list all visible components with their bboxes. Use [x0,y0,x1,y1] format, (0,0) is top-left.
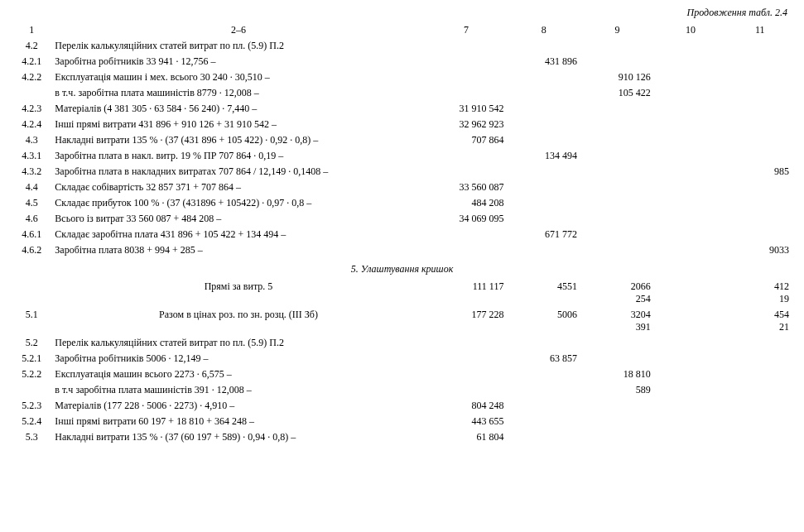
col9-value: 2066254 [580,279,654,307]
col7-value: 33 560 087 [426,180,508,195]
col-2-header: 2–6 [51,22,425,38]
col10-value [654,54,728,69]
col10-value [654,195,728,211]
col7-value [426,351,508,367]
table-row: в т.ч заробітна плата машиністів 391 · 1… [12,382,792,398]
col7-value: 443 655 [426,414,508,429]
col9-value [580,54,654,69]
costing-table: 1 2–6 7 8 9 10 11 4.2Перелік калькуляцій… [12,22,792,445]
col7-value [426,227,508,242]
col10-value [654,132,728,148]
row-text: Інші прямі витрати 60 197 + 18 810 + 364… [51,414,425,429]
col8-value [507,414,580,429]
col11-value [727,101,792,117]
table-row: 4.3Накладні витрати 135 % · (37 (431 896… [12,132,792,148]
col8-value [507,242,580,258]
col10-value [654,429,728,445]
col8-value [507,429,580,445]
col7-value: 31 910 542 [426,101,508,117]
table-row: в т.ч. заробітна плата машиністів 8779 ·… [12,85,792,101]
col9-value [580,101,654,117]
col9-value: 105 422 [580,85,654,101]
col9-value: 589 [580,382,654,398]
col9-value [580,132,654,148]
col8-value [507,382,580,398]
col8-value [507,85,580,101]
col7-value [426,148,508,164]
col11-value [727,367,792,382]
col11-value [727,398,792,414]
table-row: 4.2Перелік калькуляційних статей витрат … [12,38,792,54]
row-number: 4.6.2 [12,242,51,258]
col7-value [426,54,508,69]
col11-value [727,85,792,101]
table-row: 5.1Разом в цінах роз. по зн. розц. (ІІІ … [12,307,792,335]
col10-value [654,164,728,180]
section-5-title-row: 5. Улаштування кришок [12,258,792,279]
col-10-header: 10 [654,22,728,38]
col10-value [654,101,728,117]
row-text: Заробітна робітників 33 941 · 12,756 – [51,54,425,69]
table-row: 4.5Складає прибуток 100 % · (37 (431896 … [12,195,792,211]
col7-value [426,335,508,351]
col9-value [580,227,654,242]
col11-value [727,382,792,398]
row-text: Матеріалів (177 228 · 5006 · 2273) · 4,9… [51,398,425,414]
col10-value [654,117,728,132]
col8-value: 5006 [507,307,580,335]
col11-value [727,180,792,195]
col10-value [654,148,728,164]
table-row: 4.6Всього із витрат 33 560 087 + 484 208… [12,211,792,227]
continuation-note: Продовження табл. 2.4 [12,7,787,19]
row-text: Заробітна робітників 5006 · 12,149 – [51,351,425,367]
row-text: Експлуатація машин і мех. всього 30 240 … [51,69,425,85]
col-1-header: 1 [12,22,51,38]
row-number: 5.3 [12,429,51,445]
col8-value: 4551 [507,279,580,307]
row-number [12,85,51,101]
col9-value [580,164,654,180]
col7-value [426,367,508,382]
row-text: Накладні витрати 135 % · (37 (60 197 + 5… [51,429,425,445]
col8-value [507,117,580,132]
col7-value: 484 208 [426,195,508,211]
col10-value [654,211,728,227]
row-number [12,382,51,398]
col7-value: 177 228 [426,307,508,335]
col11-value: 41219 [727,279,792,307]
col7-value: 707 864 [426,132,508,148]
col7-value [426,38,508,54]
col10-value [654,227,728,242]
row-number: 5.2.1 [12,351,51,367]
col8-value [507,164,580,180]
col11-value [727,227,792,242]
col11-value: 45421 [727,307,792,335]
col9-value [580,38,654,54]
col-7-header: 7 [426,22,508,38]
col11-value [727,38,792,54]
row-text: Перелік калькуляційних статей витрат по … [51,38,425,54]
table-row: 5.2.3Матеріалів (177 228 · 5006 · 2273) … [12,398,792,414]
row-text: Інші прямі витрати 431 896 + 910 126 + 3… [51,117,425,132]
table-row: 5.2.2Експлуатація машин всього 2273 · 6,… [12,367,792,382]
col11-value [727,195,792,211]
table-row: 4.4Складає собівартість 32 857 371 + 707… [12,180,792,195]
col11-value [727,54,792,69]
row-number: 5.1 [12,307,51,335]
row-number: 4.5 [12,195,51,211]
row-number: 5.2.4 [12,414,51,429]
table-row: 4.3.2Заробітна плата в накладних витрата… [12,164,792,180]
col10-value [654,367,728,382]
row-number: 4.2.3 [12,101,51,117]
row-number: 4.6.1 [12,227,51,242]
col9-value [580,180,654,195]
table-row: 4.2.3Матеріалів (4 381 305 · 63 584 · 56… [12,101,792,117]
col7-value [426,382,508,398]
row-text: Всього із витрат 33 560 087 + 484 208 – [51,211,425,227]
row-text: Накладні витрати 135 % · (37 (431 896 + … [51,132,425,148]
col9-value [580,242,654,258]
row-number: 4.2.2 [12,69,51,85]
row-number: 4.3.1 [12,148,51,164]
col8-value: 63 857 [507,351,580,367]
col10-value [654,335,728,351]
